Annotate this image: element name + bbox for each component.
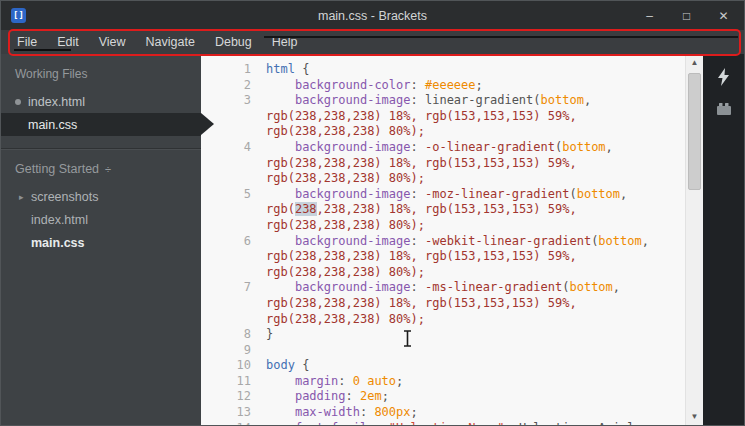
code-token: rgb(238,238,238) 80%); [266,312,425,326]
code-text: background-image: -ms-linear-gradient(bo… [266,280,685,296]
menu-view[interactable]: View [89,30,136,54]
working-file-index.html[interactable]: index.html [1,90,201,113]
code-line[interactable]: rgb(238,238,238) 18%, rgb(153,153,153) 5… [201,296,685,312]
code-token: background-color [295,78,411,92]
code-token [266,374,295,388]
code-token: "Helvetica Neue" [389,421,505,425]
code-token: background-image [295,280,411,294]
code-token: : [411,93,425,107]
line-number: 6 [201,234,266,250]
code-line[interactable]: 8} [201,327,685,343]
code-editor[interactable]: 1html {2 background-color: #eeeeee;3 bac… [201,54,685,425]
line-number: 10 [201,358,266,374]
code-line[interactable]: rgb(238,238,238) 80%); [201,265,685,281]
code-line[interactable]: 3 background-image: linear-gradient(bott… [201,93,685,109]
line-number: 12 [201,389,266,405]
project-file-tree: ▸screenshotsindex.htmlmain.css [1,185,201,254]
code-token: : [411,140,425,154]
menu-debug[interactable]: Debug [205,30,262,54]
sidebar: Working Files index.htmlmain.css Getting… [1,54,201,425]
code-line[interactable]: rgb(238,238,238) 80%); [201,124,685,140]
brackets-app-icon[interactable]: [] [11,8,26,23]
code-token: #eeeeee [425,78,476,92]
line-number: 9 [201,343,266,359]
code-line[interactable]: 13 max-width: 800px; [201,405,685,421]
code-line[interactable]: 12 padding: 2em; [201,389,685,405]
working-file-main.css[interactable]: main.css [1,113,201,136]
code-token [266,280,295,294]
code-token [266,78,295,92]
code-line[interactable]: 4 background-image: -o-linear-gradient(b… [201,140,685,156]
file-label: index.html [28,95,85,109]
code-text: rgb(238,238,238) 18%, rgb(153,153,153) 5… [266,109,685,125]
window-title: main.css - Brackets [1,9,744,23]
extension-manager-icon[interactable] [714,99,734,119]
menu-edit[interactable]: Edit [47,30,89,54]
code-token [266,421,295,425]
code-line[interactable]: rgb(238,238,238) 80%); [201,171,685,187]
code-token: bottom [562,140,605,154]
code-text: } [266,327,685,343]
project-toggle-icon[interactable]: ÷ [105,163,111,175]
code-text [266,343,685,359]
code-line[interactable]: rgb(238,238,238) 18%, rgb(153,153,153) 5… [201,156,685,172]
code-token: : [345,389,359,403]
close-button[interactable]: ✕ [717,9,730,23]
tree-item-label: main.css [31,236,85,250]
code-line[interactable]: rgb(238,238,238) 18%, rgb(153,153,153) 5… [201,249,685,265]
code-line[interactable]: 7 background-image: -ms-linear-gradient(… [201,280,685,296]
titlebar: [] main.css - Brackets –□✕ [1,1,744,30]
code-line[interactable]: 9 [201,343,685,359]
live-preview-icon[interactable] [714,67,734,87]
code-line[interactable]: 10body { [201,358,685,374]
code-token: , [613,280,620,294]
vertical-scrollbar[interactable]: ▲ ▼ [685,54,703,425]
scroll-down-button[interactable]: ▼ [686,408,703,425]
code-token: , [606,140,613,154]
code-text: rgb(238,238,238) 80%); [266,124,685,140]
menu-help[interactable]: Help [262,30,308,54]
code-line[interactable]: 14 font-family: "Helvetica Neue", Helvet… [201,421,685,425]
code-token: , [620,187,627,201]
code-token [266,93,295,107]
code-token: background-image [295,140,411,154]
code-token: ,238,238) 18%, rgb(153,153,153) 59%, [317,202,577,216]
code-text: rgb(238,238,238) 80%); [266,171,685,187]
code-token: background-image [295,187,411,201]
code-text: padding: 2em; [266,389,685,405]
code-line[interactable]: 2 background-color: #eeeeee; [201,78,685,94]
code-line[interactable]: rgb(238,238,238) 80%); [201,312,685,328]
code-token: rgb(238,238,238) 80%); [266,218,425,232]
code-token: rgb(238,238,238) 18%, rgb(153,153,153) 5… [266,296,577,310]
line-number [201,202,266,218]
code-text: html { [266,62,685,78]
code-token: bottom [577,187,620,201]
maximize-button[interactable]: □ [680,9,693,23]
code-line[interactable]: rgb(238,238,238) 80%); [201,218,685,234]
minimize-button[interactable]: – [643,9,656,23]
project-tree-screenshots[interactable]: ▸screenshots [1,185,201,208]
line-number: 5 [201,187,266,203]
menu-file[interactable]: File [7,30,47,54]
project-tree-index.html[interactable]: index.html [1,208,201,231]
project-tree-main.css[interactable]: main.css [1,231,201,254]
window-controls: –□✕ [643,9,730,23]
project-dropdown[interactable]: Getting Started÷ [1,152,201,185]
code-text: background-color: #eeeeee; [266,78,685,94]
code-line[interactable]: 11 margin: 0 auto; [201,374,685,390]
code-line[interactable]: rgb(238,238,238) 18%, rgb(153,153,153) 5… [201,202,685,218]
code-token: rgb( [266,202,295,216]
code-line[interactable]: 1html { [201,62,685,78]
scrollbar-thumb[interactable] [688,73,701,190]
code-line[interactable]: 6 background-image: -webkit-linear-gradi… [201,234,685,250]
line-number [201,171,266,187]
code-token: background-image [295,234,411,248]
code-token [266,389,295,403]
code-line[interactable]: rgb(238,238,238) 18%, rgb(153,153,153) 5… [201,109,685,125]
folder-caret-icon[interactable]: ▸ [19,192,24,202]
code-line[interactable]: 5 background-image: -moz-linear-gradient… [201,187,685,203]
code-token: } [266,327,273,341]
scroll-up-button[interactable]: ▲ [686,54,703,71]
menu-navigate[interactable]: Navigate [136,30,205,54]
code-token: -ms-linear-gradient [425,280,562,294]
